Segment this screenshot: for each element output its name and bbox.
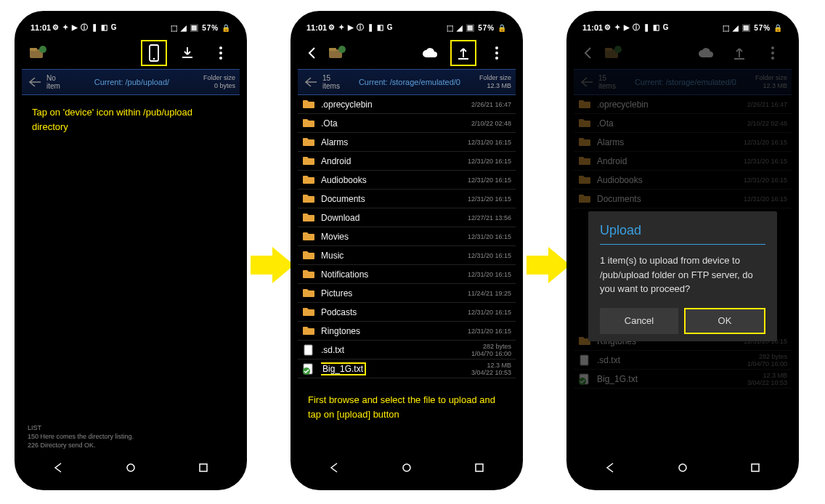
dialog-backdrop: Upload 1 item(s) to upload from device t… — [574, 95, 792, 452]
phone-frame-3: 11:01 ⚙ ✦ ▶ ⓘ ❚ ◧ G ⬚ ◢ 🔲 57% 🔒 15items … — [566, 11, 799, 490]
folder-icon — [302, 306, 315, 318]
download-icon-button[interactable] — [174, 40, 200, 66]
ok-button[interactable]: OK — [684, 308, 765, 334]
nav-recent-icon[interactable] — [747, 460, 763, 476]
svg-point-6 — [153, 58, 155, 60]
file-name: Alarms — [321, 137, 468, 147]
upload-icon-button[interactable] — [450, 40, 476, 66]
folder-icon — [302, 155, 315, 167]
file-row[interactable]: Alarms12/31/20 16:15 — [298, 133, 516, 152]
file-row[interactable]: .sd.txt282 bytes1/04/70 16:00 — [298, 341, 516, 359]
cloud-icon-button[interactable] — [417, 40, 443, 66]
nav-back-icon[interactable] — [326, 460, 342, 476]
svg-rect-24 — [605, 48, 612, 51]
nav-back-icon[interactable] — [602, 460, 618, 476]
file-meta: 12/31/20 16:15 — [468, 309, 511, 316]
file-row[interactable]: .Ota2/10/22 02:48 — [298, 114, 516, 133]
nav-recent-icon[interactable] — [195, 460, 211, 476]
nav-back-icon[interactable] — [50, 460, 66, 476]
svg-rect-11 — [200, 464, 207, 471]
more-icon-button — [760, 40, 786, 66]
cloud-icon-button — [693, 40, 719, 66]
file-meta: 12/31/20 16:15 — [468, 176, 511, 184]
more-icon-button[interactable] — [208, 40, 234, 66]
upload-dialog: Upload 1 item(s) to upload from device t… — [588, 211, 777, 341]
dialog-title: Upload — [600, 223, 765, 238]
svg-point-32 — [679, 464, 686, 471]
step-arrow-icon — [527, 247, 570, 283]
cancel-button[interactable]: Cancel — [600, 308, 678, 334]
folder-size-value: 0 bytes — [203, 82, 235, 90]
folder-icon — [302, 212, 315, 224]
file-name: Movies — [321, 232, 468, 242]
instruction-text: Tap on 'device' icon within /pub/upload … — [22, 95, 240, 144]
app-logo-icon — [603, 43, 623, 63]
upload-icon-button — [726, 40, 752, 66]
file-row[interactable]: Podcasts12/31/20 16:15 — [298, 303, 516, 322]
status-time: 11:01 — [31, 23, 51, 32]
folder-icon — [302, 174, 315, 186]
svg-rect-33 — [752, 464, 759, 471]
nav-home-icon[interactable] — [399, 460, 415, 476]
file-meta: 12/31/20 16:15 — [468, 271, 511, 278]
app-toolbar — [298, 37, 516, 69]
file-name: Android — [321, 156, 468, 166]
file-row[interactable]: Big_1G.txt12.3 MB3/04/22 10:53 — [298, 359, 516, 378]
more-icon-button[interactable] — [484, 40, 510, 66]
file-row[interactable]: Notifications12/31/20 16:15 — [298, 265, 516, 284]
folder-icon — [302, 99, 315, 110]
file-row[interactable]: Documents12/31/20 16:15 — [298, 190, 516, 208]
file-name: Ringtones — [321, 326, 468, 336]
svg-point-28 — [771, 57, 774, 60]
folder-icon — [302, 137, 315, 148]
file-row[interactable]: Download12/27/21 13:56 — [298, 208, 516, 227]
back-arrow-icon[interactable] — [302, 73, 320, 91]
svg-rect-22 — [476, 464, 483, 471]
item-count-label: No — [46, 74, 60, 82]
file-row[interactable]: Android12/31/20 16:15 — [298, 152, 516, 171]
folder-size-label: Folder size — [203, 74, 235, 82]
svg-point-9 — [219, 57, 222, 60]
svg-point-17 — [495, 57, 498, 60]
file-row[interactable]: Movies12/31/20 16:15 — [298, 227, 516, 246]
nav-home-icon[interactable] — [675, 460, 691, 476]
folder-icon — [302, 250, 315, 261]
toolbar-back-icon[interactable] — [304, 40, 320, 66]
svg-point-15 — [495, 46, 498, 49]
svg-rect-13 — [329, 48, 336, 51]
path-bar: 15items Current: /storage/emulated/0 Fol… — [574, 69, 792, 95]
current-path: Current: /storage/emulated/0 — [340, 78, 479, 86]
file-name: Notifications — [321, 269, 468, 280]
file-meta: 12.3 MB3/04/22 10:53 — [471, 362, 511, 376]
status-bar: 11:01 ⚙ ✦ ▶ ⓘ ❚ ◧ G ⬚ ◢ 🔲 57% 🔒 — [298, 18, 516, 37]
svg-marker-1 — [527, 247, 570, 283]
file-meta: 12/31/20 16:15 — [468, 328, 511, 335]
status-bar: 11:01 ⚙ ✦ ▶ ⓘ ❚ ◧ G ⬚ ◢ 🔲 57% 🔒 — [574, 18, 792, 37]
svg-point-8 — [219, 52, 222, 54]
file-row[interactable]: Audiobooks12/31/20 16:15 — [298, 171, 516, 190]
android-navbar — [298, 452, 516, 483]
phone-frame-2: 11:01 ⚙ ✦ ▶ ⓘ ❚ ◧ G ⬚ ◢ 🔲 57% 🔒 — [290, 11, 523, 490]
file-name: .sd.txt — [321, 345, 471, 355]
nav-home-icon[interactable] — [123, 460, 139, 476]
svg-rect-18 — [304, 345, 312, 355]
file-row[interactable]: Music12/31/20 16:15 — [298, 246, 516, 265]
path-bar: 15 items Current: /storage/emulated/0 Fo… — [298, 69, 516, 95]
svg-point-14 — [338, 46, 346, 53]
file-row[interactable]: Ringtones12/31/20 16:15 — [298, 322, 516, 341]
app-logo-icon — [327, 43, 347, 63]
file-row[interactable]: Pictures11/24/21 19:25 — [298, 284, 516, 303]
file-meta: 12/31/20 16:15 — [468, 195, 511, 203]
folder-icon — [302, 118, 315, 129]
folder-icon — [302, 269, 315, 280]
nav-recent-icon[interactable] — [471, 460, 487, 476]
file-row[interactable]: .oprecyclebin2/26/21 16:47 — [298, 95, 516, 114]
dialog-message: 1 item(s) to upload from device to /pub/… — [600, 253, 765, 296]
file-meta: 12/27/21 13:56 — [468, 214, 511, 221]
file-name: Documents — [321, 194, 468, 204]
back-arrow-icon[interactable] — [26, 73, 44, 91]
svg-rect-3 — [30, 48, 37, 51]
android-navbar — [22, 452, 240, 483]
svg-point-16 — [495, 52, 498, 54]
device-icon-button[interactable] — [141, 40, 167, 66]
